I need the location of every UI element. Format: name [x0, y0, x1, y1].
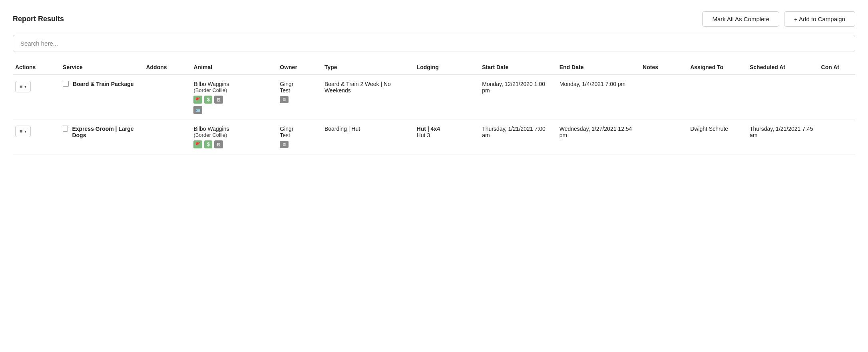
- col-header-lodging: Lodging: [414, 60, 480, 75]
- row1-actions-button[interactable]: ≡ ▾: [15, 81, 31, 92]
- row1-owner-name: Gingr: [280, 81, 318, 87]
- row2-lodging-sub: Hut 3: [417, 132, 476, 138]
- row2-end-date-cell: Wednesday, 1/27/2021 12:54 pm: [557, 120, 640, 154]
- col-header-con-at: Con At: [819, 60, 855, 75]
- row1-end-date-cell: Monday, 1/4/2021 7:00 pm: [557, 75, 640, 120]
- row1-service-cell: Board & Train Package: [60, 75, 143, 120]
- row1-icon-row: 🚩 $ 🖼: [193, 96, 273, 104]
- row1-type-value: Board & Train 2 Week | No Weekends: [325, 81, 391, 94]
- row1-assigned-cell: [688, 75, 747, 120]
- row1-lodging-cell: [414, 75, 480, 120]
- row2-lodging-cell: Hut | 4x4 Hut 3: [414, 120, 480, 154]
- row1-end-date-value: Monday, 1/4/2021 7:00 pm: [559, 81, 626, 87]
- row2-owner-icon-row: 🖥: [280, 141, 318, 148]
- row2-assigned-value: Dwight Schrute: [690, 126, 728, 132]
- add-campaign-button[interactable]: + Add to Campaign: [784, 11, 855, 27]
- row2-notes-cell: [640, 120, 688, 154]
- dollar-icon[interactable]: $: [204, 140, 212, 148]
- table-row: ≡ ▾ Board & Train Package Bilbo Waggins …: [13, 75, 855, 120]
- row2-animal-name: Bilbo Waggins: [193, 126, 273, 132]
- id-card-icon[interactable]: 🪪: [193, 106, 202, 114]
- col-header-scheduled-at: Scheduled At: [747, 60, 819, 75]
- flag-icon[interactable]: 🚩: [193, 96, 202, 104]
- row2-start-date-value: Thursday, 1/21/2021 7:00 am: [482, 126, 545, 138]
- image-icon[interactable]: 🖼: [214, 96, 223, 104]
- row1-start-date-value: Monday, 12/21/2020 1:00 pm: [482, 81, 545, 94]
- row2-scheduled-cell: Thursday, 1/21/2021 7:45 am: [747, 120, 819, 154]
- table-row: ≡ ▾ Express Groom | Large Dogs Bilbo Wag…: [13, 120, 855, 154]
- row2-start-date-cell: Thursday, 1/21/2021 7:00 am: [480, 120, 557, 154]
- row2-addons-cell: [143, 120, 191, 154]
- row2-owner-name: Gingr: [280, 126, 318, 132]
- row2-end-date-value: Wednesday, 1/27/2021 12:54 pm: [559, 126, 632, 138]
- row2-owner-name2: Test: [280, 132, 318, 138]
- row1-owner-name2: Test: [280, 87, 318, 94]
- hamburger-icon: ≡: [20, 84, 23, 90]
- col-header-start-date: Start Date: [480, 60, 557, 75]
- col-header-service: Service: [60, 60, 143, 75]
- row2-assigned-cell: Dwight Schrute: [688, 120, 747, 154]
- row1-start-date-cell: Monday, 12/21/2020 1:00 pm: [480, 75, 557, 120]
- row2-service-name: Express Groom | Large Dogs: [72, 126, 139, 138]
- flag-icon[interactable]: 🚩: [193, 140, 202, 148]
- header-buttons: Mark All As Complete + Add to Campaign: [702, 11, 855, 27]
- results-table: Actions Service Addons Animal Owner Type…: [13, 60, 855, 154]
- row2-con-cell: [819, 120, 855, 154]
- row1-actions-cell: ≡ ▾: [13, 75, 60, 120]
- chevron-down-icon: ▾: [24, 129, 26, 134]
- row1-animal-breed: (Border Collie): [193, 87, 273, 93]
- col-header-notes: Notes: [640, 60, 688, 75]
- row2-type-value: Boarding | Hut: [325, 126, 360, 132]
- row1-con-cell: [819, 75, 855, 120]
- row1-addons-cell: [143, 75, 191, 120]
- row2-animal-breed: (Border Collie): [193, 132, 273, 138]
- dollar-icon[interactable]: $: [204, 96, 212, 104]
- row2-checkbox[interactable]: [63, 126, 68, 132]
- row1-checkbox[interactable]: [63, 81, 69, 87]
- row1-scheduled-cell: [747, 75, 819, 120]
- row1-type-cell: Board & Train 2 Week | No Weekends: [322, 75, 414, 120]
- col-header-animal: Animal: [191, 60, 277, 75]
- row2-owner-cell: Gingr Test 🖥: [277, 120, 322, 154]
- col-header-owner: Owner: [277, 60, 322, 75]
- col-header-actions: Actions: [13, 60, 60, 75]
- col-header-assigned-to: Assigned To: [688, 60, 747, 75]
- row2-type-cell: Boarding | Hut: [322, 120, 414, 154]
- search-row: [13, 35, 855, 52]
- row1-owner-cell: Gingr Test 🖥: [277, 75, 322, 120]
- screen-icon[interactable]: 🖥: [280, 96, 289, 103]
- row1-icon-row2: 🪪: [193, 106, 273, 114]
- row1-owner-icon-row: 🖥: [280, 96, 318, 103]
- row2-actions-button[interactable]: ≡ ▾: [15, 126, 31, 137]
- col-header-type: Type: [322, 60, 414, 75]
- row1-service-name: Board & Train Package: [73, 81, 134, 87]
- row2-lodging-main: Hut | 4x4: [417, 126, 476, 132]
- row2-actions-cell: ≡ ▾: [13, 120, 60, 154]
- row2-scheduled-value: Thursday, 1/21/2021 7:45 am: [750, 126, 813, 138]
- col-header-addons: Addons: [143, 60, 191, 75]
- row2-icon-row: 🚩 $ 🖼: [193, 140, 273, 148]
- row1-notes-cell: [640, 75, 688, 120]
- page-title: Report Results: [13, 15, 64, 23]
- col-header-end-date: End Date: [557, 60, 640, 75]
- screen-icon[interactable]: 🖥: [280, 141, 289, 148]
- row1-animal-cell: Bilbo Waggins (Border Collie) 🚩 $ 🖼 🪪: [191, 75, 277, 120]
- chevron-down-icon: ▾: [24, 84, 26, 89]
- mark-complete-button[interactable]: Mark All As Complete: [702, 11, 779, 27]
- search-input[interactable]: [13, 35, 855, 52]
- row2-animal-cell: Bilbo Waggins (Border Collie) 🚩 $ 🖼: [191, 120, 277, 154]
- image-icon[interactable]: 🖼: [214, 140, 223, 148]
- row2-service-cell: Express Groom | Large Dogs: [60, 120, 143, 154]
- row1-animal-name: Bilbo Waggins: [193, 81, 273, 87]
- hamburger-icon: ≡: [20, 128, 23, 134]
